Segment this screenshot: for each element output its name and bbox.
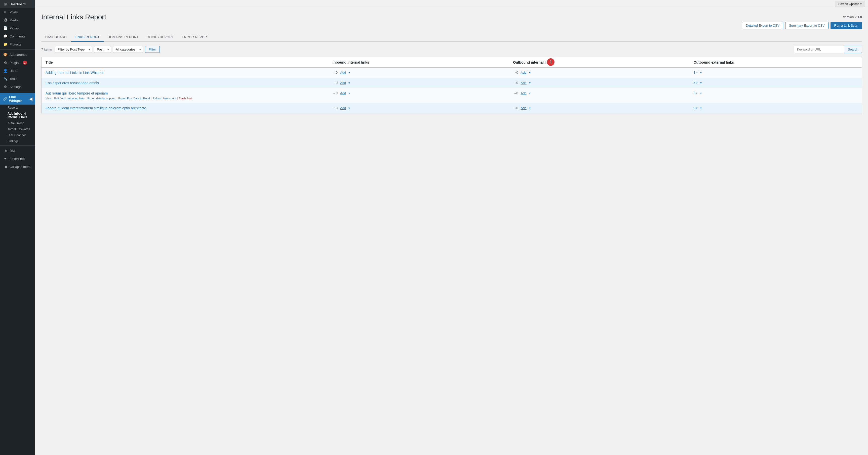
settings-icon: ⚙	[3, 85, 7, 89]
external-link-icon: ↗	[695, 71, 698, 74]
row2-external-count[interactable]: 5↗	[694, 81, 698, 85]
sidebar-item-pages[interactable]: 📄 Pages	[0, 24, 35, 32]
sidebar-item-projects[interactable]: 📁 Projects	[0, 40, 35, 48]
filter-post-type-select[interactable]: Filter by Post Type	[55, 46, 92, 53]
tab-error-report[interactable]: Error Report	[178, 33, 213, 42]
row3-action-export-support[interactable]: Export data for support	[87, 97, 116, 100]
sidebar-item-dashboard[interactable]: ⊞ Dashboard	[0, 0, 35, 8]
row3-outbound-add[interactable]: Add	[521, 91, 527, 95]
row3-inbound-dropdown-icon[interactable]: ▾	[348, 92, 350, 95]
filter-button[interactable]: Filter	[145, 46, 160, 53]
row2-outbound-add[interactable]: Add	[521, 81, 527, 85]
projects-icon: 📁	[3, 42, 7, 46]
sidebar-submenu-url-changer[interactable]: URL Changer	[0, 132, 35, 138]
tab-domains-report[interactable]: Domains Report	[104, 33, 143, 42]
sidebar-item-label: Posts	[9, 10, 18, 14]
report-tabs: Dashboard Links Report Domains Report Cl…	[41, 33, 862, 42]
users-icon: 👤	[3, 69, 7, 73]
tab-clicks-report[interactable]: Clicks Report	[143, 33, 178, 42]
row4-external-dropdown-icon[interactable]: ▾	[700, 106, 702, 110]
row3-external-dropdown-icon[interactable]: ▾	[700, 92, 702, 95]
main-content: Screen Options ▾ Internal Links Report v…	[35, 0, 868, 455]
sidebar-item-appearance[interactable]: 🎨 Appearance	[0, 51, 35, 59]
row4-title-cell: Facere quidem exercitationem similique d…	[41, 103, 329, 113]
row1-external-dropdown-icon[interactable]: ▾	[700, 71, 702, 74]
row3-external-count[interactable]: 3↗	[694, 91, 698, 95]
sidebar-item-posts[interactable]: ✏ Posts	[0, 8, 35, 16]
categories-select[interactable]: All categories	[113, 46, 143, 53]
row3-actions: View | Edit / Add outbound links | Expor…	[45, 97, 324, 100]
sidebar-item-label: Projects	[9, 42, 21, 46]
row3-inbound-count: →0	[333, 91, 338, 95]
sidebar-item-settings[interactable]: ⚙ Settings	[0, 83, 35, 91]
sidebar-submenu-target-keywords[interactable]: Target Keywords	[0, 126, 35, 132]
sidebar-item-collapse[interactable]: ◀ Collapse menu	[0, 163, 35, 171]
row3-inbound-add[interactable]: Add	[340, 91, 346, 95]
row3-outbound-dropdown-icon[interactable]: ▾	[529, 92, 531, 95]
post-type-select[interactable]: Post	[94, 46, 111, 53]
row1-outbound-add[interactable]: Add	[521, 71, 527, 74]
row2-inbound-count: →0	[333, 81, 338, 85]
row2-title-link[interactable]: Eos asperiores recusandae omnis	[45, 81, 99, 85]
sidebar-submenu-add-inbound[interactable]: Add Inbound Internal Links	[0, 110, 35, 120]
sidebar-item-divi[interactable]: ◎ Divi	[0, 147, 35, 155]
row3-action-view[interactable]: View	[45, 97, 52, 100]
sidebar-item-users[interactable]: 👤 Users	[0, 67, 35, 75]
collapse-icon: ◀	[3, 165, 7, 169]
row1-title-link[interactable]: Adding Internal Links in Link Whisper	[45, 71, 103, 75]
row3-title-cell: Aut rerum qui libero tempore et aperiam …	[41, 88, 329, 103]
row2-outbound-dropdown-icon[interactable]: ▾	[529, 81, 531, 85]
sidebar-submenu-lw-settings[interactable]: Settings	[0, 138, 35, 144]
post-type-wrapper: Post	[94, 46, 111, 53]
sidebar-item-link-whisper[interactable]: 🔗 Link Whisper ◀	[0, 93, 35, 105]
sidebar-item-comments[interactable]: 💬 Comments	[0, 32, 35, 40]
sidebar-item-label: Users	[9, 69, 18, 73]
summary-export-button[interactable]: Summary Export to CSV	[785, 22, 829, 29]
sidebar-item-label: Tools	[9, 77, 17, 81]
row2-inbound-add[interactable]: Add	[340, 81, 346, 85]
row3-action-edit[interactable]: Edit / Add outbound links	[54, 97, 85, 100]
row2-title-cell: Eos asperiores recusandae omnis	[41, 78, 329, 88]
search-button[interactable]: Search	[844, 46, 862, 53]
sidebar-item-label: Divi	[9, 149, 15, 153]
table-row: Eos asperiores recusandae omnis →0 Add ▾…	[41, 78, 862, 88]
topbar: Screen Options ▾	[35, 0, 868, 8]
row4-outbound-dropdown-icon[interactable]: ▾	[529, 106, 531, 110]
row1-external-count[interactable]: 3↗	[694, 71, 698, 74]
detailed-export-button[interactable]: Detailed Export to CSV	[742, 22, 783, 29]
screen-options-button[interactable]: Screen Options ▾	[835, 1, 865, 7]
run-scan-button[interactable]: Run a Link Scan	[831, 22, 862, 29]
row4-inbound-dropdown-icon[interactable]: ▾	[348, 106, 350, 110]
sidebar-item-media[interactable]: 🖼 Media	[0, 16, 35, 24]
row4-title-link[interactable]: Facere quidem exercitationem similique d…	[45, 106, 146, 110]
row2-inbound-cell: →0 Add ▾	[329, 78, 509, 88]
row1-inbound-dropdown-icon[interactable]: ▾	[348, 71, 350, 74]
row2-external-dropdown-icon[interactable]: ▾	[700, 81, 702, 85]
sidebar-submenu-auto-linking[interactable]: Auto-Linking	[0, 120, 35, 126]
row4-external-count[interactable]: 8↗	[694, 106, 698, 110]
tab-dashboard[interactable]: Dashboard	[41, 33, 71, 42]
row1-inbound-add[interactable]: Add	[340, 71, 346, 74]
row3-action-export-excel[interactable]: Export Post Data to Excel	[118, 97, 150, 100]
media-icon: 🖼	[3, 18, 7, 22]
col-title: Title	[41, 57, 329, 68]
sidebar-item-fakerpress[interactable]: ✦ FakerPress	[0, 155, 35, 163]
row4-outbound-add[interactable]: Add	[521, 106, 527, 110]
action-buttons-group: Detailed Export to CSV Summary Export to…	[742, 22, 862, 29]
row3-action-refresh[interactable]: Refresh links count	[152, 97, 176, 100]
sidebar-item-label: Media	[9, 18, 19, 22]
sidebar-item-tools[interactable]: 🔧 Tools	[0, 75, 35, 83]
row4-inbound-add[interactable]: Add	[340, 106, 346, 110]
search-input[interactable]	[794, 46, 844, 53]
row2-outbound-cell: →0 Add ▾	[509, 78, 689, 88]
sidebar-submenu-reports[interactable]: Reports	[0, 105, 35, 110]
appearance-icon: 🎨	[3, 53, 7, 57]
row3-action-trash[interactable]: Trash Post	[179, 97, 192, 100]
tab-links-report[interactable]: Links Report	[71, 33, 104, 42]
row2-inbound-dropdown-icon[interactable]: ▾	[348, 81, 350, 85]
col-external: Outbound external links	[690, 57, 862, 68]
row2-outbound-count: →0	[513, 81, 518, 85]
row1-outbound-dropdown-icon[interactable]: ▾	[529, 71, 531, 74]
sidebar-item-plugins[interactable]: 🔌 Plugins 1	[0, 59, 35, 67]
row3-title-link[interactable]: Aut rerum qui libero tempore et aperiam	[45, 91, 108, 95]
